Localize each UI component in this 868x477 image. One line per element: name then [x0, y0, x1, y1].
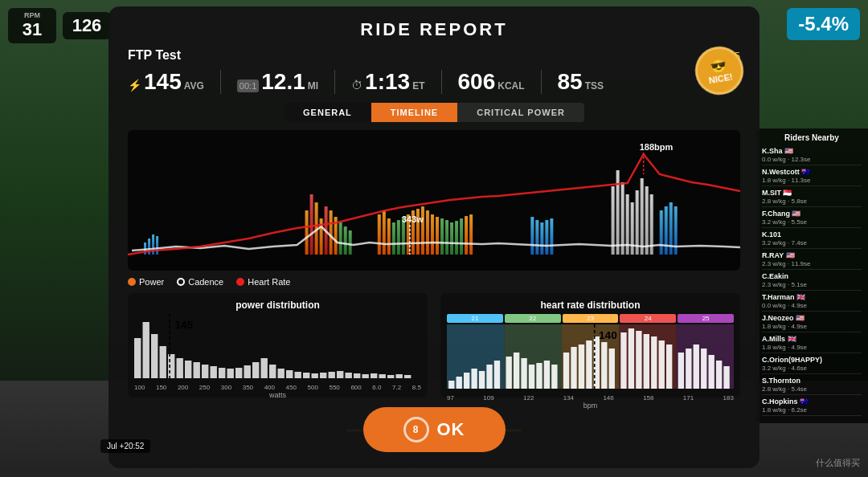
power-dist-inner: 145: [134, 314, 421, 382]
svg-rect-64: [194, 362, 200, 378]
hr-legend-dot: [236, 278, 244, 286]
svg-rect-104: [506, 357, 512, 389]
zone-3-label: 23: [563, 314, 619, 323]
svg-rect-6: [310, 194, 313, 255]
hr-dist-inner: 140: [447, 324, 734, 393]
svg-rect-10: [330, 210, 333, 255]
stat-divider-4: [541, 70, 542, 94]
svg-rect-126: [686, 349, 691, 389]
power-stat: ⚡ 145 AVG: [128, 69, 204, 95]
svg-rect-27: [436, 217, 439, 255]
ride-report-modal: RIDE REPORT FTP Test ★ 14/15 ⚡ 145 AVG 0…: [108, 6, 760, 468]
stat-divider-2: [334, 70, 335, 94]
hr-dist-title: heart rate distribution: [447, 300, 734, 311]
tab-critical-power[interactable]: CRITICAL POWER: [457, 103, 584, 122]
watermark: 什么值得买: [816, 457, 860, 469]
svg-rect-88: [396, 374, 403, 378]
svg-rect-89: [404, 375, 411, 378]
svg-rect-102: [486, 365, 492, 389]
ok-label: OK: [437, 419, 465, 440]
legend-row: Power Cadence Heart Rate: [128, 277, 740, 287]
svg-rect-128: [701, 349, 706, 389]
distributions-row: power distribution: [128, 293, 740, 398]
hr-legend-label: Heart Rate: [248, 277, 290, 287]
svg-rect-121: [644, 334, 649, 389]
svg-rect-38: [545, 220, 548, 255]
zone-5-label: 25: [678, 314, 734, 323]
svg-rect-25: [426, 210, 429, 255]
svg-rect-73: [269, 365, 276, 378]
svg-rect-120: [636, 331, 641, 389]
svg-rect-97: [448, 381, 454, 389]
svg-rect-28: [440, 218, 444, 255]
svg-rect-72: [261, 358, 268, 378]
svg-rect-15: [378, 214, 381, 255]
svg-rect-112: [571, 347, 576, 389]
hr-legend: Heart Rate: [236, 277, 290, 287]
svg-rect-83: [354, 373, 360, 378]
calories-stat: 606 KCAL: [458, 69, 525, 95]
power-dist-svg: 145: [134, 314, 421, 378]
svg-rect-44: [631, 202, 634, 255]
timeline-chart: 343w 188bpm: [128, 130, 740, 271]
svg-rect-100: [471, 369, 477, 389]
svg-rect-66: [211, 366, 217, 378]
svg-text:188bpm: 188bpm: [640, 142, 674, 152]
power-value: 145: [144, 69, 182, 95]
tss-stat: 85 TSS: [558, 69, 604, 95]
svg-rect-14: [349, 230, 352, 255]
ride-name: FTP Test: [128, 48, 181, 63]
svg-rect-40: [612, 186, 615, 255]
svg-rect-17: [387, 218, 391, 255]
stats-row: ⚡ 145 AVG 00:1 12.1 MI ⏱ 1:13 ET 606 KCA…: [128, 69, 740, 95]
svg-text:343w: 343w: [402, 214, 424, 224]
tab-timeline[interactable]: TIMELINE: [371, 103, 457, 122]
svg-rect-47: [645, 186, 649, 255]
distance-unit: MI: [308, 80, 318, 92]
zone-1-label: 21: [447, 314, 503, 323]
svg-rect-109: [544, 361, 550, 389]
tabs-row[interactable]: GENERALTIMELINECRITICAL POWER: [284, 103, 584, 122]
svg-rect-80: [329, 372, 335, 378]
tss-value: 85: [558, 69, 583, 95]
svg-rect-99: [464, 373, 469, 389]
svg-rect-81: [337, 371, 343, 378]
svg-rect-85: [371, 373, 377, 378]
svg-rect-123: [659, 340, 665, 389]
svg-rect-127: [694, 344, 699, 389]
svg-rect-59: [151, 334, 158, 378]
time-stat: ⏱ 1:13 ET: [351, 69, 424, 95]
svg-rect-116: [601, 342, 607, 389]
svg-rect-105: [514, 353, 519, 389]
power-avg-label: AVG: [184, 80, 204, 92]
svg-rect-77: [303, 373, 309, 378]
svg-rect-42: [621, 182, 624, 255]
hr-x-labels: 97109122134146158171183: [447, 394, 734, 402]
svg-rect-118: [620, 332, 626, 389]
svg-rect-37: [540, 222, 543, 255]
svg-rect-65: [202, 365, 208, 378]
svg-rect-70: [244, 365, 251, 378]
cadence-legend-label: Cadence: [188, 277, 223, 287]
tss-unit: TSS: [585, 80, 604, 92]
ok-icon: 8: [403, 417, 429, 442]
svg-rect-125: [678, 353, 684, 389]
svg-rect-50: [665, 206, 668, 255]
chart-svg: 343w 188bpm: [128, 130, 740, 271]
svg-rect-129: [709, 355, 714, 389]
ok-button-area: 8 OK: [128, 407, 740, 452]
svg-rect-108: [536, 363, 542, 389]
svg-rect-30: [450, 222, 453, 255]
svg-rect-71: [252, 362, 259, 378]
svg-rect-63: [185, 361, 191, 378]
ok-button[interactable]: 8 OK: [363, 407, 506, 452]
svg-rect-32: [460, 218, 463, 255]
svg-rect-3: [152, 234, 154, 255]
power-dist-chart: power distribution: [128, 293, 428, 398]
svg-rect-58: [143, 322, 149, 378]
tab-general[interactable]: GENERAL: [284, 103, 371, 122]
svg-rect-78: [312, 373, 318, 378]
svg-rect-18: [392, 222, 395, 255]
svg-rect-35: [530, 217, 534, 255]
svg-rect-68: [227, 369, 234, 378]
